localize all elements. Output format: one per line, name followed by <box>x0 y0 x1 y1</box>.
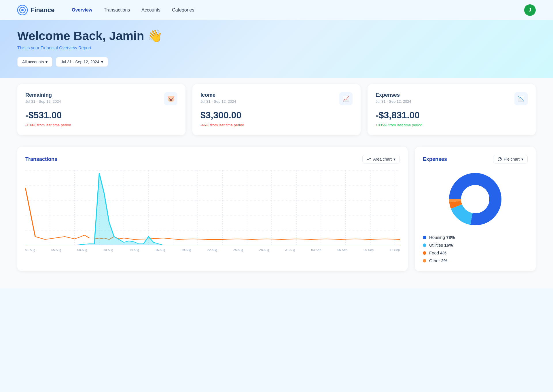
income-change: -46% from last time period <box>200 123 353 127</box>
header: Finance Overview Transactions Accounts C… <box>0 0 553 20</box>
hero-section: Welcome Back, Jamin 👋 This is your Finan… <box>0 20 553 84</box>
svg-point-31 <box>461 185 489 213</box>
income-date: Jul 31 - Sep 12, 2024 <box>200 99 236 104</box>
date-filter-label: Jul 31 - Sep 12, 2024 <box>61 60 99 64</box>
x-label-16aug: 16 Aug <box>155 248 165 252</box>
x-label-14aug: 14 Aug <box>129 248 139 252</box>
logo-icon <box>17 5 28 15</box>
utilities-dot <box>423 243 426 247</box>
area-chart-svg <box>25 170 400 245</box>
area-chart-icon <box>367 157 371 161</box>
income-title: Icome <box>200 92 236 98</box>
pie-legend: Housing 78% Utilities 16% Food 4% Other … <box>423 235 528 263</box>
greeting-title: Welcome Back, Jamin 👋 <box>17 29 536 43</box>
hero-subtitle: This is your Financial Overview Report <box>17 45 536 50</box>
expenses-title: Expenses <box>376 92 411 98</box>
nav-transactions[interactable]: Transactions <box>104 7 130 13</box>
pie-chart-type-button[interactable]: Pie chart ▾ <box>493 155 528 163</box>
x-label-10aug: 10 Aug <box>103 248 113 252</box>
logo-text: Finance <box>31 6 54 14</box>
x-label-25aug: 25 Aug <box>233 248 243 252</box>
nav-categories[interactable]: Categories <box>172 7 194 13</box>
expenses-card: Expenses Jul 31 - Sep 12, 2024 📉 -$3,831… <box>368 84 536 135</box>
x-label-19aug: 19 Aug <box>181 248 191 252</box>
housing-dot <box>423 236 426 239</box>
transactions-chart-title: Transactions <box>25 156 57 162</box>
legend-other: Other 2% <box>423 258 528 263</box>
income-icon: 📈 <box>339 92 353 105</box>
pie-chart-icon <box>497 157 502 161</box>
housing-label: Housing 78% <box>429 235 455 240</box>
remaining-title: Remaining <box>25 92 61 98</box>
expenses-chart-card: Expenses Pie chart ▾ <box>415 147 536 271</box>
remaining-change: -109% from last time period <box>25 123 177 127</box>
svg-point-2 <box>21 9 24 11</box>
filter-bar: All accounts ▾ Jul 31 - Sep 12, 2024 ▾ <box>17 57 536 67</box>
x-label-09sep: 09 Sep <box>363 248 374 252</box>
legend-food: Food 4% <box>423 250 528 255</box>
expenses-chart-title: Expenses <box>423 156 447 162</box>
x-label-31aug: 31 Aug <box>285 248 295 252</box>
nav-accounts[interactable]: Accounts <box>141 7 160 13</box>
svg-marker-24 <box>25 173 400 245</box>
main-nav: Overview Transactions Accounts Categorie… <box>72 7 524 13</box>
remaining-amount: -$531.00 <box>25 110 177 121</box>
nav-overview[interactable]: Overview <box>72 7 92 13</box>
expenses-icon: 📉 <box>514 92 528 105</box>
x-label-12sep: 12 Sep <box>390 248 400 252</box>
remaining-date: Jul 31 - Sep 12, 2024 <box>25 99 61 104</box>
income-amount: $3,300.00 <box>200 110 353 121</box>
main-content: Remaining Jul 31 - Sep 12, 2024 🐷 -$531.… <box>0 78 553 288</box>
summary-cards: Remaining Jul 31 - Sep 12, 2024 🐷 -$531.… <box>17 78 536 135</box>
pie-chart-container: Housing 78% Utilities 16% Food 4% Other … <box>423 170 528 263</box>
donut-chart <box>446 170 504 228</box>
logo: Finance <box>17 5 54 15</box>
x-label-05aug: 05 Aug <box>51 248 61 252</box>
pie-chart-label: Pie chart <box>504 157 520 161</box>
avatar[interactable]: J <box>524 4 536 16</box>
area-chart-chevron: ▾ <box>393 157 395 161</box>
x-label-28aug: 28 Aug <box>259 248 269 252</box>
expenses-date: Jul 31 - Sep 12, 2024 <box>376 99 411 104</box>
accounts-filter-chevron: ▾ <box>46 60 48 64</box>
area-chart-label: Area chart <box>373 157 392 161</box>
legend-housing: Housing 78% <box>423 235 528 240</box>
donut-svg <box>446 170 504 228</box>
other-label: Other 2% <box>429 258 447 263</box>
accounts-filter[interactable]: All accounts ▾ <box>17 57 52 67</box>
remaining-card: Remaining Jul 31 - Sep 12, 2024 🐷 -$531.… <box>17 84 185 135</box>
food-dot <box>423 251 426 255</box>
x-label-22aug: 22 Aug <box>207 248 217 252</box>
date-filter[interactable]: Jul 31 - Sep 12, 2024 ▾ <box>56 57 108 67</box>
x-label-08aug: 08 Aug <box>77 248 87 252</box>
other-dot <box>423 259 426 262</box>
x-label-06sep: 06 Sep <box>337 248 347 252</box>
transactions-chart-card: Transactions Area chart ▾ <box>17 147 408 271</box>
expenses-amount: -$3,831.00 <box>376 110 528 121</box>
legend-utilities: Utilities 16% <box>423 243 528 248</box>
expenses-change: +835% from last time period <box>376 123 528 127</box>
area-chart-type-button[interactable]: Area chart ▾ <box>362 155 400 163</box>
x-label-01aug: 01 Aug <box>25 248 35 252</box>
area-chart: 01 Aug 05 Aug 08 Aug 10 Aug 14 Aug 16 Au… <box>25 170 400 251</box>
accounts-filter-label: All accounts <box>22 60 44 64</box>
remaining-icon: 🐷 <box>164 92 177 105</box>
food-label: Food 4% <box>429 250 446 255</box>
date-filter-chevron: ▾ <box>101 60 103 64</box>
charts-section: Transactions Area chart ▾ <box>17 147 536 271</box>
pie-chart-chevron: ▾ <box>521 157 523 161</box>
x-label-03sep: 03 Sep <box>311 248 321 252</box>
utilities-label: Utilities 16% <box>429 243 453 248</box>
income-card: Icome Jul 31 - Sep 12, 2024 📈 $3,300.00 … <box>192 84 361 135</box>
